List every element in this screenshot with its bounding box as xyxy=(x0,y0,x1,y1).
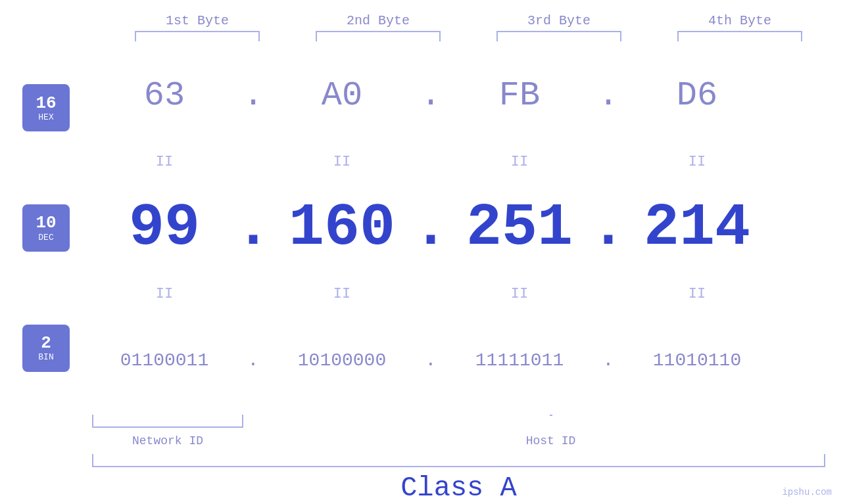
dot-hex-2: . xyxy=(414,76,447,115)
dec-val-3: 251 xyxy=(466,195,573,262)
dot-bin-3: . xyxy=(592,350,625,371)
bin-val-1: 01100011 xyxy=(120,350,208,371)
dec-val-1: 99 xyxy=(129,195,200,262)
dec-val-2: 160 xyxy=(289,195,395,262)
class-label: Class A xyxy=(400,472,516,504)
bracket-1 xyxy=(135,31,260,41)
hex-badge-num: 16 xyxy=(36,94,56,113)
dot-dec-1: . xyxy=(237,195,270,262)
dec-byte-2: 160 xyxy=(270,195,414,262)
dec-badge-label: DEC xyxy=(38,233,53,242)
bin-byte-4: 11010110 xyxy=(625,350,769,371)
bin-val-4: 11010110 xyxy=(653,350,741,371)
hex-val-3: FB xyxy=(499,76,540,115)
byte-label-4: 4th Byte xyxy=(667,13,812,28)
class-row: Class A xyxy=(92,472,825,504)
byte-label-3: 3rd Byte xyxy=(487,13,631,28)
values-grid: 63 . A0 . FB . D6 xyxy=(92,41,845,415)
byte-headers: 1st Byte 2nd Byte 3rd Byte 4th Byte xyxy=(107,13,831,28)
hex-byte-4: D6 xyxy=(625,76,769,115)
bin-val-2: 10100000 xyxy=(298,350,386,371)
network-id-label: Network ID xyxy=(92,434,243,447)
dec-byte-3: 251 xyxy=(447,195,592,262)
bracket-2 xyxy=(316,31,441,41)
hex-byte-3: FB xyxy=(447,76,592,115)
eq-row-1: II II II II xyxy=(92,150,845,173)
dot-dec-3: . xyxy=(592,195,625,262)
dec-byte-4: 214 xyxy=(625,195,769,262)
dot-dec-2: . xyxy=(414,195,447,262)
bin-row: 01100011 . 10100000 . 11111011 . xyxy=(92,306,845,415)
network-bracket-wrap xyxy=(92,415,243,428)
eq-2-4: II xyxy=(625,283,769,306)
bottom-section: Network ID Host ID Class A xyxy=(0,415,845,504)
bin-badge-num: 2 xyxy=(41,334,51,353)
content-area: 16 HEX 10 DEC 2 BIN 63 . xyxy=(0,41,845,415)
dot-bin-2: . xyxy=(414,350,447,371)
hex-val-2: A0 xyxy=(322,76,362,115)
bin-byte-3: 11111011 xyxy=(447,350,592,371)
byte-label-2: 2nd Byte xyxy=(306,13,450,28)
eq-1-3: II xyxy=(447,150,592,173)
dot-hex-3: . xyxy=(592,76,625,115)
dec-val-4: 214 xyxy=(644,195,750,262)
byte-label-1: 1st Byte xyxy=(125,13,270,28)
dec-badge: 10 DEC xyxy=(22,204,70,252)
hex-val-4: D6 xyxy=(677,76,717,115)
host-id-label: Host ID xyxy=(276,434,825,447)
watermark: ipshu.com xyxy=(782,487,832,497)
eq-2-2: II xyxy=(270,283,414,306)
dot-hex-1: . xyxy=(237,76,270,115)
bin-byte-1: 01100011 xyxy=(92,350,237,371)
dec-badge-num: 10 xyxy=(36,214,56,233)
hex-badge: 16 HEX xyxy=(22,84,70,131)
bin-val-3: 11111011 xyxy=(475,350,564,371)
eq-row-2: II II II II xyxy=(92,283,845,306)
top-brackets xyxy=(107,31,831,41)
id-labels-row: Network ID Host ID xyxy=(92,434,825,447)
hex-val-1: 63 xyxy=(144,76,185,115)
hex-row: 63 . A0 . FB . D6 xyxy=(92,41,845,150)
main-container: 1st Byte 2nd Byte 3rd Byte 4th Byte 16 H… xyxy=(0,0,845,504)
bin-byte-2: 10100000 xyxy=(270,350,414,371)
dec-row: 99 . 160 . 251 . 214 xyxy=(92,173,845,282)
bottom-brackets-row xyxy=(92,415,825,430)
eq-1-2: II xyxy=(270,150,414,173)
bracket-network xyxy=(92,415,243,428)
eq-2-3: II xyxy=(447,283,592,306)
host-bracket-wrap xyxy=(276,415,825,416)
dot-bin-1: . xyxy=(237,350,270,371)
full-bottom-bracket xyxy=(92,454,825,467)
dec-byte-1: 99 xyxy=(92,195,237,262)
eq-2-1: II xyxy=(92,283,237,306)
bracket-3 xyxy=(496,31,621,41)
bin-badge: 2 BIN xyxy=(22,325,70,372)
hex-byte-2: A0 xyxy=(270,76,414,115)
eq-1-4: II xyxy=(625,150,769,173)
hex-byte-1: 63 xyxy=(92,76,237,115)
eq-1-1: II xyxy=(92,150,237,173)
hex-badge-label: HEX xyxy=(38,112,53,122)
badges-column: 16 HEX 10 DEC 2 BIN xyxy=(0,41,92,415)
bracket-4 xyxy=(677,31,802,41)
bin-badge-label: BIN xyxy=(38,352,53,362)
bracket-host xyxy=(550,415,552,416)
